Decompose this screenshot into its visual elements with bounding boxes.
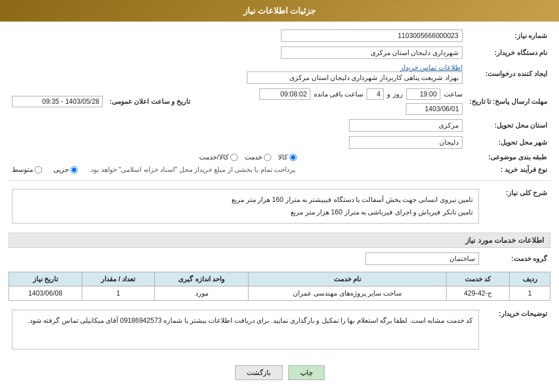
col-unit: واحد اندازه گیری (155, 272, 249, 286)
shahr-value: دلیجان (196, 134, 465, 151)
col-date: تاریخ نیاز (9, 272, 82, 286)
shomara-niaz-label: شماره نیاز: (466, 27, 550, 44)
roz-value: 4 (367, 88, 384, 100)
radio-khadamat-label: خدمت (245, 153, 262, 161)
page-header: جزئیات اطلاعات نیاز (0, 0, 559, 22)
sharh-label: شرح کلی نیاز: (482, 184, 550, 228)
radio-kala-item: کالا (278, 153, 297, 161)
grooh-value: ساختمان (9, 250, 482, 267)
services-table: ردیف کد خدمت نام خدمت واحد اندازه گیری ت… (9, 272, 550, 301)
buttons-row: چاپ بازگشت (9, 359, 550, 387)
cell-count: 1 (82, 286, 155, 301)
cell-date: 1403/06/08 (9, 286, 82, 301)
nooe-farayand-label: نوع فرآیند خرید : (466, 163, 550, 176)
radio-kala-khadamat[interactable] (230, 154, 238, 161)
shomara-niaz-value: 1103005666000023 (196, 27, 465, 44)
shahr-label: شهر محل تحویل: (466, 134, 550, 151)
table-row: 1ج-42-429ساخت سایر پروژه‌های مهندسی عمرا… (9, 286, 550, 301)
mohlat-row: 09:08:02 ساعت باقی مانده 4 روز و 19:00 س… (196, 86, 465, 117)
col-code: کد خدمت (447, 272, 510, 286)
saat-label: ساعت (444, 90, 463, 98)
nooe-farayand-row: متوسط جزیی پرداخت تمام یا بخشی از مبلغ خ… (9, 163, 466, 176)
ijad-konande-row: اطلاعات تماس خریدار بهزاد شریعت پناهی کا… (196, 61, 465, 86)
separator-1 (9, 180, 550, 181)
tabaqe-row: کالا/خدمت خدمت کالا (196, 151, 465, 163)
sharh-line-1: تامین نیروی انسانی جهت پخش آسفالت با دست… (18, 194, 473, 206)
cell-radif: 1 (510, 286, 550, 301)
name-dasgah-value: شهرداری دلیجان استان مرکزی (196, 44, 465, 61)
ostan-label: استان محل تحویل: (466, 117, 550, 134)
tarikh-value: 1403/06/01 (406, 103, 463, 115)
roz-label: روز و (387, 90, 402, 98)
khadamat-section-title: اطلاعات خدمات مورد نیاز (9, 233, 550, 248)
sharh-content: تامین نیروی انسانی جهت پخش آسفالت با دست… (9, 184, 482, 228)
tosihaat-text: کد خدمت مشابه است. لطفا برگه استعلام بها… (28, 317, 473, 324)
ostan-value: مرکزی (196, 117, 465, 134)
radio-kala-khadamat-item: کالا/خدمت (199, 153, 237, 161)
cell-code: ج-42-429 (447, 286, 510, 301)
saat-value: 19:00 (406, 88, 440, 100)
baqi-value: 09:08:02 (259, 88, 310, 100)
col-name: نام خدمت (248, 272, 446, 286)
radio-motavassat[interactable] (35, 166, 42, 174)
radio-motavassat-item: متوسط (12, 166, 42, 174)
radio-jazee[interactable] (70, 166, 78, 174)
radio-kala[interactable] (289, 154, 297, 161)
grooh-label: گروه خدمت: (482, 250, 550, 267)
tarikh-saat-value: 1403/05/28 - 09:35 (9, 86, 106, 117)
radio-jazee-label: جزیی (53, 166, 69, 174)
sharh-box: تامین نیروی انسانی جهت پخش آسفالت با دست… (12, 189, 479, 224)
cell-name: ساخت سایر پروژه‌های مهندسی عمران (248, 286, 446, 301)
col-count: تعداد / مقدار (82, 272, 155, 286)
tosihaat-box: کد خدمت مشابه است. لطفا برگه استعلام بها… (12, 310, 479, 349)
radio-khadamat[interactable] (264, 154, 271, 161)
baqi-label: ساعت باقی مانده (314, 90, 364, 98)
radio-kala-label: کالا (278, 153, 288, 161)
tabaqe-label: طبقه بندی موضوعی: (466, 151, 550, 163)
ijad-konande-label: ایجاد کننده درخواست: (466, 61, 550, 86)
sharh-line-2: تامین تانکر فیرباش و اجرای فیرباشی به مت… (18, 206, 473, 219)
tosihaat-label: توضیحات خریدار: (482, 305, 550, 354)
contact-info-link[interactable]: اطلاعات تماس خریدار (400, 64, 463, 71)
mohlat-label: مهلت ارسال پاسخ: تا تاریخ: (466, 86, 550, 117)
tosihaat-content: کد خدمت مشابه است. لطفا برگه استعلام بها… (9, 305, 482, 354)
radio-khadamat-item: خدمت (245, 153, 271, 161)
col-radif: ردیف (510, 272, 550, 286)
tarikh-saat-label: تاریخ و ساعت اعلان عمومی: (106, 86, 196, 117)
radio-jazee-item: جزیی (53, 166, 78, 174)
print-button[interactable]: چاپ (288, 365, 325, 380)
ijad-konande-value: بهزاد شریعت پناهی کاربرداز شهرداری دلیجا… (247, 71, 463, 84)
back-button[interactable]: بازگشت (235, 365, 283, 380)
cell-unit: مورد (155, 286, 249, 301)
radio-kala-khadamat-label: کالا/خدمت (199, 153, 228, 161)
radio-motavassat-label: متوسط (12, 166, 33, 174)
name-dasgah-label: نام دستگاه خریدار: (466, 44, 550, 61)
farayand-desc: پرداخت تمام یا بخشی از مبلغ خریداز محل "… (89, 166, 295, 174)
page-title: جزئیات اطلاعات نیاز (243, 6, 316, 15)
